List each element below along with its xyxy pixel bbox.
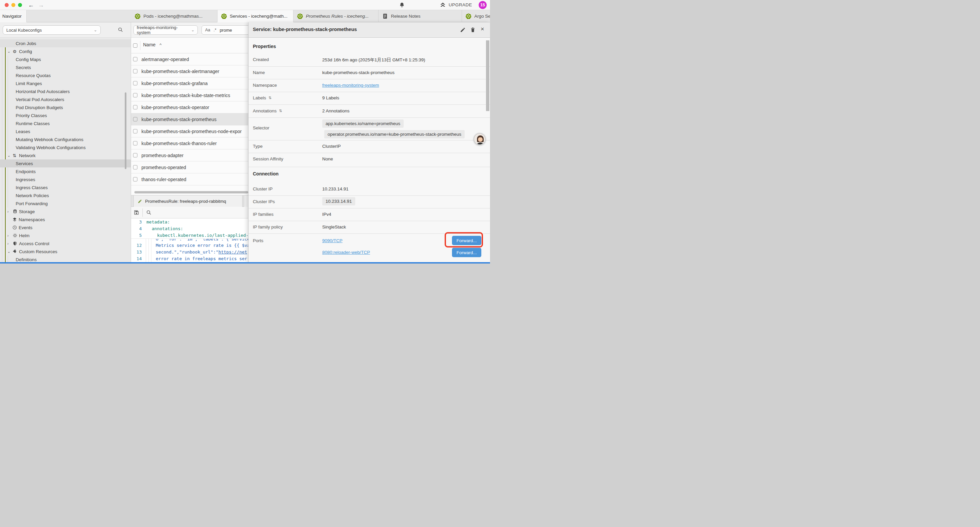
chevron-down-icon: ⌄	[7, 153, 13, 158]
chevron-down-icon: ⌄	[94, 28, 97, 32]
namespace-select[interactable]: freeleaps-monitoring-system ⌄	[134, 25, 198, 35]
close-panel-icon[interactable]: ×	[480, 25, 484, 33]
url-link[interactable]: https://net	[218, 250, 247, 255]
port-link-9090[interactable]: 9090/TCP	[322, 238, 342, 243]
row-checkbox[interactable]	[133, 105, 137, 110]
sidebar-item-namespaces[interactable]: Namespaces	[0, 215, 131, 223]
tab-release-notes[interactable]: Release Notes	[379, 10, 462, 22]
trash-icon[interactable]	[470, 27, 476, 33]
sidebar-item-pod-disruption-budgets[interactable]: Pod Disruption Budgets	[0, 103, 131, 111]
selector-chip: app.kubernetes.io/name=prometheus	[322, 119, 404, 128]
database-icon	[13, 209, 19, 214]
back-arrow-icon[interactable]: ←	[28, 1, 34, 10]
sidebar-item-network[interactable]: ⌄⇅Network	[0, 151, 131, 159]
network-arrows-icon: ⇅	[13, 153, 19, 158]
sort-icon[interactable]: ⇅	[279, 109, 282, 113]
header-divider	[140, 41, 140, 50]
sidebar-item-ingress-classes[interactable]: Ingress Classes	[0, 183, 131, 191]
sort-ascending-icon: ^	[159, 42, 161, 47]
row-checkbox[interactable]	[133, 81, 137, 85]
sidebar-item-resource-quotas[interactable]: Resource Quotas	[0, 72, 131, 80]
sidebar-item-secrets[interactable]: Secrets	[0, 64, 131, 72]
kubernetes-icon	[297, 13, 303, 19]
indent-guide	[148, 239, 149, 262]
tab-services[interactable]: Services - icecheng@math... ×	[218, 10, 294, 22]
row-checkbox[interactable]	[133, 153, 137, 158]
sort-icon[interactable]: ⇅	[269, 96, 272, 100]
kubeconfig-select[interactable]: Local Kubeconfigs ⌄	[3, 25, 101, 35]
match-case-toggle[interactable]: Aa	[205, 28, 210, 32]
resource-tree: Cron Jobs ⌄⚙Config Config Maps Secrets R…	[0, 39, 131, 262]
chevron-down-icon: ⌄	[191, 28, 194, 32]
regex-toggle[interactable]: .*	[213, 28, 216, 32]
sidebar-item-ingresses[interactable]: Ingresses	[0, 175, 131, 183]
notification-count-badge[interactable]: 15	[479, 1, 487, 9]
namespace-link[interactable]: freeleaps-monitoring-system	[322, 83, 379, 88]
search-icon[interactable]	[118, 27, 123, 33]
sidebar-item-config-maps[interactable]: Config Maps	[0, 56, 131, 64]
row-checkbox[interactable]	[133, 165, 137, 169]
row-checkbox[interactable]	[133, 69, 137, 73]
row-checkbox[interactable]	[133, 129, 137, 134]
chevron-down-icon: ⌄	[7, 250, 13, 254]
sidebar-item-storage[interactable]: ›Storage	[0, 207, 131, 215]
sidebar-item-leases[interactable]: Leases	[0, 127, 131, 135]
upgrade-button[interactable]: UPGRADE	[440, 2, 472, 8]
tab-argo[interactable]: Argo Se	[462, 10, 490, 22]
row-checkbox[interactable]	[133, 117, 137, 121]
detail-scrollbar-thumb[interactable]	[486, 40, 489, 111]
sidebar-item-config[interactable]: ⌄⚙Config	[0, 47, 131, 56]
sidebar-item-custom-resources[interactable]: ⌄Custom Resources	[0, 247, 131, 255]
indent-guide	[151, 239, 151, 262]
minimize-window-button[interactable]	[11, 3, 15, 7]
gear-icon: ⚙	[13, 49, 19, 54]
editor-tab-prometheusrule[interactable]: PrometheusRule: freeleaps-prod-rabbitmq	[134, 196, 242, 207]
avatar[interactable]	[474, 133, 486, 145]
layers-icon	[12, 217, 19, 222]
cluster-ip-chip: 10.233.14.91	[322, 197, 355, 205]
row-checkbox[interactable]	[133, 177, 137, 182]
name-column-header[interactable]: Name ^	[143, 42, 161, 47]
sidebar-item-validating-webhook-configurations[interactable]: Validating Webhook Configurations	[0, 143, 131, 151]
save-icon[interactable]	[134, 209, 139, 215]
forward-arrow-icon[interactable]: →	[38, 1, 44, 10]
sidebar-item-mutating-webhook-configurations[interactable]: Mutating Webhook Configurations	[0, 135, 131, 143]
sidebar-item-endpoints[interactable]: Endpoints	[0, 167, 131, 175]
sidebar-item-port-forwarding[interactable]: Port Forwarding	[0, 199, 131, 207]
editor-search-icon[interactable]	[146, 209, 152, 215]
row-checkbox[interactable]	[133, 93, 137, 97]
select-all-checkbox[interactable]	[133, 43, 137, 48]
kubernetes-icon	[221, 13, 227, 19]
selector-chip: operator.prometheus.io/name=kube-prometh…	[324, 130, 465, 139]
sidebar-item-helm[interactable]: ›Helm	[0, 231, 131, 239]
sidebar-item-access-control[interactable]: ›Access Control	[0, 239, 131, 247]
sidebar-item-vertical-pod-autoscalers[interactable]: Vertical Pod Autoscalers	[0, 96, 131, 103]
sidebar-item-network-policies[interactable]: Network Policies	[0, 191, 131, 199]
sidebar-item-definitions[interactable]: Definitions	[0, 255, 131, 262]
sidebar-item-limit-ranges[interactable]: Limit Ranges	[0, 80, 131, 88]
sidebar-item-events[interactable]: Events	[0, 223, 131, 231]
sidebar-header: Local Kubeconfigs ⌄	[0, 22, 131, 38]
notifications-bell-icon[interactable]	[399, 2, 405, 8]
maximize-window-button[interactable]	[18, 3, 22, 7]
sidebar-scrollbar-thumb[interactable]	[125, 92, 126, 169]
port-link-8080[interactable]: 8080:reloader-web/TCP	[322, 250, 370, 255]
forward-button-8080[interactable]: Forward...	[452, 248, 481, 257]
sidebar-item-priority-classes[interactable]: Priority Classes	[0, 111, 131, 119]
sidebar-item-services[interactable]: Services	[0, 159, 131, 167]
navigator-panel-tab[interactable]: Navigator	[0, 10, 27, 22]
horizontal-scrollbar-thumb[interactable]	[134, 191, 248, 193]
annotation-highlight	[445, 232, 483, 247]
indent-guide	[146, 239, 146, 262]
sidebar-item-horizontal-pod-autoscalers[interactable]: Horizontal Pod Autoscalers	[0, 88, 131, 96]
tab-pods[interactable]: Pods - icecheng@mathmas...	[131, 10, 218, 22]
row-checkbox[interactable]	[133, 141, 137, 145]
sidebar-item-cron-jobs[interactable]: Cron Jobs	[0, 39, 131, 47]
detail-header: Service: kube-prometheus-stack-prometheu…	[248, 22, 490, 38]
double-chevron-up-icon	[440, 2, 446, 8]
close-window-button[interactable]	[5, 3, 9, 7]
sidebar-item-runtime-classes[interactable]: Runtime Classes	[0, 119, 131, 127]
row-checkbox[interactable]	[133, 57, 137, 61]
tab-prometheus-rules[interactable]: Prometheus Rules - icecheng...	[294, 10, 379, 22]
edit-icon[interactable]	[460, 27, 466, 33]
